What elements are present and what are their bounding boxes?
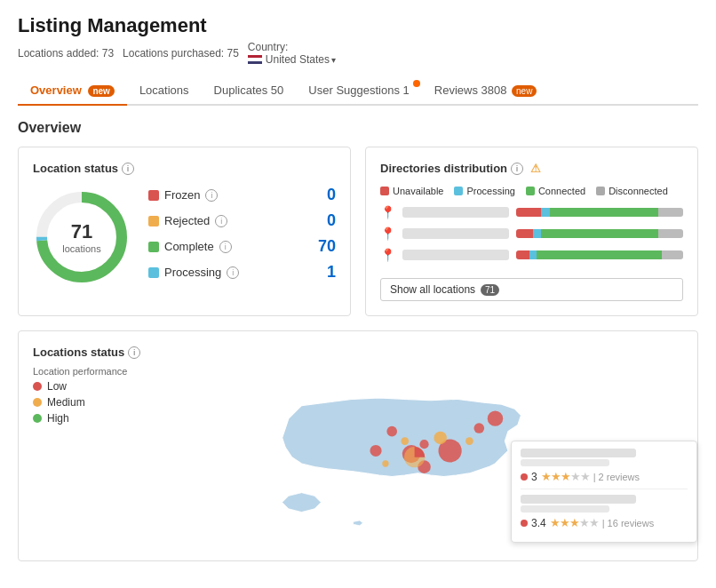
map-dot-6[interactable]	[419, 440, 428, 449]
processing-dot	[148, 267, 159, 278]
popup-dot-1	[521, 473, 528, 481]
complete-count: 70	[318, 237, 336, 256]
rejected-count: 0	[318, 211, 336, 230]
map-dot-11[interactable]	[370, 445, 381, 457]
dir-name-1	[402, 207, 509, 218]
status-item-processing: Processing i 1	[148, 263, 336, 282]
complete-label: Complete	[164, 240, 214, 253]
complete-info-icon[interactable]: i	[219, 241, 232, 253]
dir-row-2: 📍	[380, 226, 683, 241]
location-pin-1: 📍	[380, 205, 395, 219]
legend-disconnected: Disconnected	[596, 186, 668, 196]
user-suggestions-dot	[413, 80, 420, 87]
popup-rating-row-1: 3 ★★★★★ | 2 reviews	[521, 470, 688, 483]
location-pin-3: 📍	[380, 248, 395, 262]
processing-legend-dot	[454, 187, 463, 195]
us-mainland	[282, 398, 521, 477]
tab-reviews[interactable]: Reviews 3808 new	[422, 76, 550, 106]
map-container: 3 ★★★★★ | 2 reviews 3.4 ★★★★★ | 16 revie…	[125, 367, 697, 560]
status-item-complete: Complete i 70	[148, 237, 336, 256]
dir-name-2	[402, 228, 509, 239]
map-dot-2[interactable]	[473, 423, 484, 433]
legend-connected: Connected	[526, 186, 585, 196]
connected-dot	[526, 187, 535, 195]
status-list: Frozen i 0 Rejected i 0	[148, 186, 336, 289]
dir-row-1: 📍	[380, 205, 683, 219]
map-dot-1[interactable]	[488, 410, 503, 425]
unavailable-dot	[380, 187, 389, 195]
rejected-info-icon[interactable]: i	[215, 215, 227, 227]
status-content: 71 locations Frozen i 0	[33, 186, 336, 289]
directories-info-icon[interactable]: i	[511, 163, 523, 175]
subtitle-bar: Locations added: 73 Locations purchased:…	[18, 41, 698, 66]
popup-item-1: 3 ★★★★★ | 2 reviews	[521, 449, 688, 483]
chevron-down-icon: ▾	[331, 55, 336, 65]
location-status-info-icon[interactable]: i	[122, 163, 134, 175]
donut-total: 71	[62, 220, 100, 243]
popup-divider	[521, 489, 688, 489]
legend-unavailable: Unavailable	[380, 186, 443, 196]
tab-overview[interactable]: Overview new	[18, 76, 127, 106]
bar-green-1	[550, 208, 658, 217]
stars-1: ★★★★★	[541, 470, 590, 483]
location-status-card: Location status i 71 loca	[18, 147, 351, 316]
tabs-bar: Overview new Locations Duplicates 50 Use…	[18, 76, 698, 106]
bar-red-2	[516, 229, 533, 238]
status-item-rejected: Rejected i 0	[148, 211, 336, 230]
map-dot-5[interactable]	[434, 432, 447, 445]
map-dot-3[interactable]	[465, 437, 473, 445]
show-all-count-badge: 71	[481, 284, 499, 296]
frozen-label: Frozen	[164, 188, 200, 202]
status-item-frozen: Frozen i 0	[148, 186, 336, 204]
location-popup: 3 ★★★★★ | 2 reviews 3.4 ★★★★★ | 16 revie…	[511, 441, 697, 543]
bar-red-3	[516, 250, 529, 259]
locations-status-title: Locations status i	[33, 346, 683, 359]
reviews-1: | 2 reviews	[593, 472, 640, 482]
alaska	[282, 493, 322, 513]
dir-bar-3	[516, 250, 683, 259]
rating-1: 3	[531, 471, 537, 483]
country-flag	[248, 55, 262, 64]
country-name: United States	[266, 53, 330, 66]
map-dot-9[interactable]	[386, 426, 397, 437]
popup-loc-name-1	[521, 449, 636, 457]
frozen-count: 0	[318, 186, 336, 204]
dir-row-3: 📍	[380, 248, 683, 262]
frozen-info-icon[interactable]: i	[205, 189, 218, 202]
page-container: Listing Management Locations added: 73 L…	[0, 0, 716, 576]
location-pin-2: 📍	[380, 226, 395, 241]
directories-title: Directories distribution i ⚠	[380, 162, 683, 175]
hawaii	[354, 520, 363, 526]
medium-dot	[33, 398, 42, 407]
donut-label: locations	[62, 243, 100, 254]
locations-added: Locations added: 73	[18, 47, 114, 60]
locations-status-info-icon[interactable]: i	[128, 346, 140, 359]
popup-loc-name-2	[521, 495, 636, 504]
disconnected-dot	[596, 187, 605, 195]
rejected-dot	[148, 216, 159, 226]
donut-center: 71 locations	[62, 220, 100, 254]
tab-duplicates[interactable]: Duplicates 50	[202, 76, 297, 106]
map-dot-8[interactable]	[401, 437, 409, 445]
cards-row: Location status i 71 loca	[18, 147, 698, 316]
rating-2: 3.4	[531, 517, 546, 529]
reviews-2: | 16 reviews	[602, 518, 655, 528]
processing-info-icon[interactable]: i	[227, 266, 239, 279]
show-all-button[interactable]: Show all locations 71	[380, 278, 683, 301]
country-selector[interactable]: United States ▾	[248, 53, 336, 66]
dir-legend: Unavailable Processing Connected Disconn…	[380, 186, 683, 196]
bar-green-3	[537, 250, 662, 259]
directories-card: Directories distribution i ⚠ Unavailable…	[365, 147, 698, 316]
warning-icon: ⚠	[530, 162, 541, 175]
rejected-label: Rejected	[164, 214, 210, 227]
map-dot-10[interactable]	[382, 460, 388, 466]
bar-gray-3	[662, 250, 683, 259]
bar-blue-2	[533, 229, 541, 238]
bar-blue-1	[541, 208, 549, 217]
dir-bar-1	[516, 208, 683, 217]
tab-locations[interactable]: Locations	[127, 76, 202, 106]
popup-loc-sub-2	[521, 505, 609, 513]
bar-green-2	[541, 229, 658, 238]
page-title: Listing Management	[18, 14, 698, 37]
tab-user-suggestions[interactable]: User Suggestions 1	[296, 76, 421, 106]
